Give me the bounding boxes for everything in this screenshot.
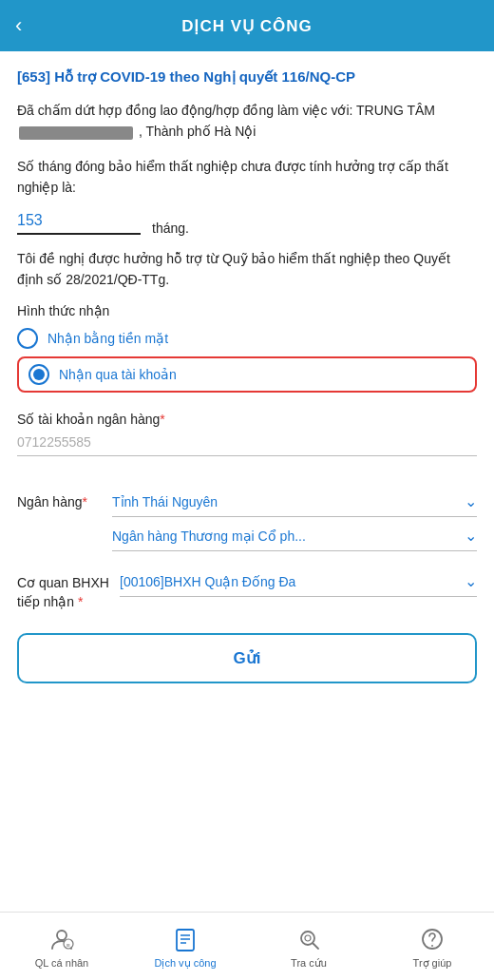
content-area: [653] Hỗ trợ COVID-19 theo Nghị quyết 11… — [0, 51, 494, 912]
nav-item-search[interactable]: Tra cứu — [247, 913, 370, 980]
bank-name-value: Ngân hàng Thương mại Cổ ph... — [112, 528, 306, 544]
months-unit: tháng. — [152, 221, 189, 235]
bank-account-input[interactable] — [17, 431, 477, 456]
service-title: [653] Hỗ trợ COVID-19 theo Nghị quyết 11… — [17, 67, 477, 86]
bank-account-group: Số tài khoản ngân hàng* — [17, 412, 477, 471]
bottom-nav: ≡ QL cá nhân Dịch vụ công Tra cứu — [0, 912, 494, 980]
bank-province-value: Tỉnh Thái Nguyên — [112, 494, 218, 509]
submit-button[interactable]: Gửi — [17, 633, 477, 683]
nav-item-service[interactable]: Dịch vụ công — [124, 913, 247, 980]
profile-icon: ≡ — [48, 926, 75, 952]
bank-province-chevron-icon: ⌄ — [465, 492, 477, 510]
bank-name-select[interactable]: Ngân hàng Thương mại Cổ ph... ⌄ — [112, 521, 477, 551]
months-input-wrap: 153 — [17, 212, 141, 235]
radio-cash-outer — [17, 328, 38, 349]
coquan-select[interactable]: [00106]BHXH Quận Đống Đa ⌄ — [120, 567, 477, 597]
nav-label-help: Trợ giúp — [413, 956, 452, 970]
header-title: DỊCH VỤ CÔNG — [15, 16, 479, 36]
bank-required: * — [83, 494, 87, 509]
search-icon — [295, 926, 322, 952]
months-description: Số tháng đóng bảo hiểm thất nghiệp chưa … — [17, 156, 477, 199]
bank-label: Ngân hàng* — [17, 494, 112, 509]
app-header: ‹ DỊCH VỤ CÔNG — [0, 0, 494, 51]
radio-account[interactable]: Nhận qua tài khoản — [17, 356, 477, 393]
help-icon — [419, 926, 446, 952]
nav-label-profile: QL cá nhân — [35, 956, 88, 970]
coquan-required: * — [78, 594, 83, 609]
desc-part1: Đã chấm dứt hợp đồng lao động/hợp đồng l… — [17, 103, 435, 118]
description-text: Đã chấm dứt hợp đồng lao động/hợp đồng l… — [17, 100, 477, 143]
bank-name-row: Ngân hàng Thương mại Cổ ph... ⌄ — [17, 521, 477, 551]
svg-rect-3 — [177, 930, 194, 951]
radio-group: Nhận bằng tiền mặt Nhận qua tài khoản — [17, 328, 477, 393]
request-text: Tôi đề nghị được hưởng hỗ trợ từ Quỹ bảo… — [17, 248, 477, 291]
redacted-name — [19, 126, 133, 140]
svg-line-8 — [314, 944, 319, 950]
months-row: 153 tháng. — [17, 212, 477, 235]
svg-point-9 — [305, 935, 311, 941]
months-value: 153 — [17, 212, 141, 233]
service-icon — [172, 926, 199, 952]
back-button[interactable]: ‹ — [15, 13, 22, 38]
receive-section-label: Hình thức nhận — [17, 303, 477, 318]
bank-account-label: Số tài khoản ngân hàng* — [17, 412, 477, 427]
radio-cash-label: Nhận bằng tiền mặt — [48, 331, 168, 346]
svg-point-11 — [431, 945, 433, 947]
bank-name-chevron-icon: ⌄ — [465, 527, 477, 545]
bank-province-select[interactable]: Tỉnh Thái Nguyên ⌄ — [112, 487, 477, 517]
radio-account-inner — [33, 369, 45, 380]
radio-account-outer — [28, 364, 49, 385]
nav-label-search: Tra cứu — [291, 956, 327, 970]
coquan-row: Cơ quan BHXHtiếp nhận * [00106]BHXH Quận… — [17, 567, 477, 611]
bank-account-required: * — [160, 412, 164, 427]
bank-label-text: Ngân hàng — [17, 494, 83, 509]
nav-label-service: Dịch vụ công — [154, 956, 216, 970]
coquan-value: [00106]BHXH Quận Đống Đa — [120, 574, 295, 589]
bank-province-row: Ngân hàng* Tỉnh Thái Nguyên ⌄ — [17, 487, 477, 517]
radio-account-label: Nhận qua tài khoản — [59, 367, 177, 382]
desc-part2: , Thành phố Hà Nội — [139, 124, 256, 139]
nav-item-help[interactable]: Trợ giúp — [370, 913, 494, 980]
coquan-label: Cơ quan BHXHtiếp nhận * — [17, 567, 120, 611]
bank-account-label-text: Số tài khoản ngân hàng — [17, 412, 160, 427]
coquan-chevron-icon: ⌄ — [465, 572, 477, 590]
nav-item-profile[interactable]: ≡ QL cá nhân — [0, 913, 124, 980]
coquan-label-text: Cơ quan BHXHtiếp nhận — [17, 575, 109, 609]
svg-text:≡: ≡ — [66, 942, 70, 949]
svg-point-0 — [57, 931, 66, 940]
radio-cash[interactable]: Nhận bằng tiền mặt — [17, 328, 477, 349]
